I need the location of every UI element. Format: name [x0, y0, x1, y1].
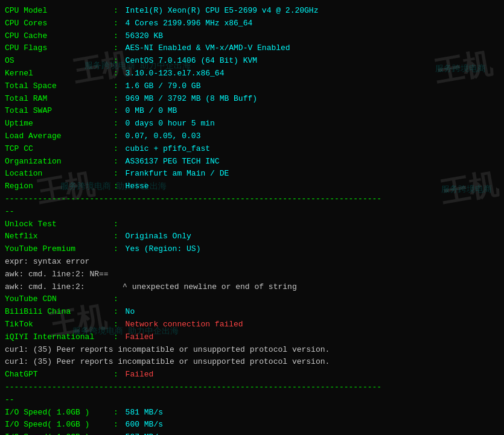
value-tiktok: Network connection failed: [126, 319, 243, 331]
row-total-ram: Total RAM : 969 MB / 3792 MB (8 MB Buff): [5, 93, 499, 106]
terminal-output: CPU Model : Intel(R) Xeon(R) CPU E5-2699…: [5, 5, 499, 435]
label-youtube-premium: YouTube Premium: [5, 243, 113, 256]
value-netflix: Originals Only: [126, 230, 191, 243]
row-region: Region : Hesse: [5, 180, 499, 193]
divider-2: ----------------------------------------…: [5, 381, 499, 394]
label-load-average: Load Average: [5, 130, 113, 143]
row-netflix: Netflix : Originals Only: [5, 230, 499, 243]
label-unlock-test: Unlock Test: [5, 218, 113, 231]
sep-total-space: :: [113, 80, 123, 93]
error-line-2: awk: cmd. line:2: NR==: [5, 268, 499, 281]
value-total-swap: 0 MB / 0 MB: [126, 105, 177, 118]
value-organization: AS36137 PEG TECH INC: [126, 156, 220, 168]
row-organization: Organization : AS36137 PEG TECH INC: [5, 156, 499, 168]
label-total-swap: Total SWAP: [5, 105, 113, 118]
blank-line-1: --: [5, 206, 499, 218]
sep-netflix: :: [113, 230, 123, 243]
io-section: I/O Speed( 1.0GB ) : 581 MB/s I/O Speed(…: [5, 407, 499, 436]
curl-error-2: curl: (35) Peer reports incompatible or …: [5, 356, 499, 369]
label-netflix: Netflix: [5, 230, 113, 243]
sep-youtube-cdn: :: [113, 293, 118, 306]
row-cpu-flags: CPU Flags : AES-NI Enabled & VM-x/AMD-V …: [5, 42, 499, 55]
value-os: CentOS 7.0.1406 (64 Bit) KVM: [126, 55, 257, 68]
sep-organization: :: [113, 156, 123, 168]
label-cpu-model: CPU Model: [5, 5, 113, 17]
divider-1: ----------------------------------------…: [5, 193, 499, 206]
label-chatgpt: ChatGPT: [5, 369, 113, 381]
value-chatgpt: Failed: [126, 369, 154, 381]
row-kernel: Kernel : 3.10.0-123.el7.x86_64: [5, 68, 499, 80]
label-cpu-cache: CPU Cache: [5, 30, 113, 43]
row-cpu-cache: CPU Cache : 56320 KB: [5, 30, 499, 43]
row-tcp-cc: TCP CC : cubic + pfifo_fast: [5, 143, 499, 156]
row-total-swap: Total SWAP : 0 MB / 0 MB: [5, 105, 499, 118]
row-location: Location : Frankfurt am Main / DE: [5, 168, 499, 180]
row-chatgpt: ChatGPT : Failed: [5, 369, 499, 381]
label-bilibili: BiliBili China: [5, 306, 113, 319]
row-io-speed-1: I/O Speed( 1.0GB ) : 581 MB/s: [5, 407, 499, 419]
sep-uptime: :: [113, 118, 123, 130]
value-bilibili: No: [126, 306, 135, 319]
label-iqiyi: iQIYI International: [5, 331, 113, 344]
sep-load-average: :: [113, 130, 123, 143]
label-organization: Organization: [5, 156, 113, 168]
sep-cpu-cache: :: [113, 30, 123, 43]
unlock-section: Unlock Test : Netflix : Originals Only Y…: [5, 218, 499, 381]
sep-iqiyi: :: [113, 331, 123, 344]
label-tcp-cc: TCP CC: [5, 143, 113, 156]
row-load-average: Load Average : 0.07, 0.05, 0.03: [5, 130, 499, 143]
sep-os: :: [113, 55, 123, 68]
label-io-speed-3: I/O Speed( 1.0GB ): [5, 431, 113, 435]
row-io-speed-3: I/O Speed( 1.0GB ) : 587 MB/s: [5, 431, 499, 435]
sep-io-1: :: [113, 407, 123, 419]
row-tiktok: TikTok : Network connection failed: [5, 319, 499, 331]
label-cpu-flags: CPU Flags: [5, 42, 113, 55]
row-cpu-cores: CPU Cores : 4 Cores 2199.996 MHz x86_64: [5, 17, 499, 30]
row-youtube-cdn: YouTube CDN :: [5, 293, 499, 306]
row-os: OS : CentOS 7.0.1406 (64 Bit) KVM: [5, 55, 499, 68]
sep-io-3: :: [113, 431, 123, 435]
curl-error-1: curl: (35) Peer reports incompatible or …: [5, 344, 499, 357]
value-region: Hesse: [126, 180, 149, 193]
row-bilibili: BiliBili China : No: [5, 306, 499, 319]
value-uptime: 0 days 0 hour 5 min: [126, 118, 215, 130]
blank-line-2: --: [5, 394, 499, 407]
label-io-speed-2: I/O Speed( 1.0GB ): [5, 419, 113, 431]
error-line-3: awk: cmd. line:2: ^ unexpected newline o…: [5, 281, 499, 294]
sep-location: :: [113, 168, 123, 180]
label-youtube-cdn: YouTube CDN: [5, 293, 113, 306]
label-total-ram: Total RAM: [5, 93, 113, 106]
value-kernel: 3.10.0-123.el7.x86_64: [126, 68, 225, 80]
value-io-speed-2: 600 MB/s: [126, 419, 163, 431]
value-io-speed-1: 581 MB/s: [126, 407, 163, 419]
sep-cpu-cores: :: [113, 17, 123, 30]
sep-youtube-premium: :: [113, 243, 123, 256]
value-total-space: 1.6 GB / 79.0 GB: [126, 80, 201, 93]
sep-bilibili: :: [113, 306, 123, 319]
sep-io-2: :: [113, 419, 123, 431]
sep-kernel: :: [113, 68, 123, 80]
sep-total-swap: :: [113, 105, 123, 118]
sep-unlock-test: :: [113, 218, 118, 231]
value-cpu-cache: 56320 KB: [126, 30, 163, 43]
sep-tcp-cc: :: [113, 143, 123, 156]
row-uptime: Uptime : 0 days 0 hour 5 min: [5, 118, 499, 130]
row-io-speed-2: I/O Speed( 1.0GB ) : 600 MB/s: [5, 419, 499, 431]
value-total-ram: 969 MB / 3792 MB (8 MB Buff): [126, 93, 257, 106]
label-region: Region: [5, 180, 113, 193]
label-cpu-cores: CPU Cores: [5, 17, 113, 30]
row-unlock-test: Unlock Test :: [5, 218, 499, 231]
label-tiktok: TikTok: [5, 319, 113, 331]
value-youtube-premium: Yes (Region: US): [126, 243, 201, 256]
value-cpu-flags: AES-NI Enabled & VM-x/AMD-V Enabled: [126, 42, 290, 55]
value-load-average: 0.07, 0.05, 0.03: [126, 130, 201, 143]
label-location: Location: [5, 168, 113, 180]
sep-cpu-flags: :: [113, 42, 123, 55]
value-iqiyi: Failed: [126, 331, 154, 344]
value-location: Frankfurt am Main / DE: [126, 168, 229, 180]
value-io-speed-3: 587 MB/s: [126, 431, 163, 435]
label-os: OS: [5, 55, 113, 68]
sep-cpu-model: :: [113, 5, 123, 17]
row-youtube-premium: YouTube Premium : Yes (Region: US): [5, 243, 499, 256]
label-total-space: Total Space: [5, 80, 113, 93]
